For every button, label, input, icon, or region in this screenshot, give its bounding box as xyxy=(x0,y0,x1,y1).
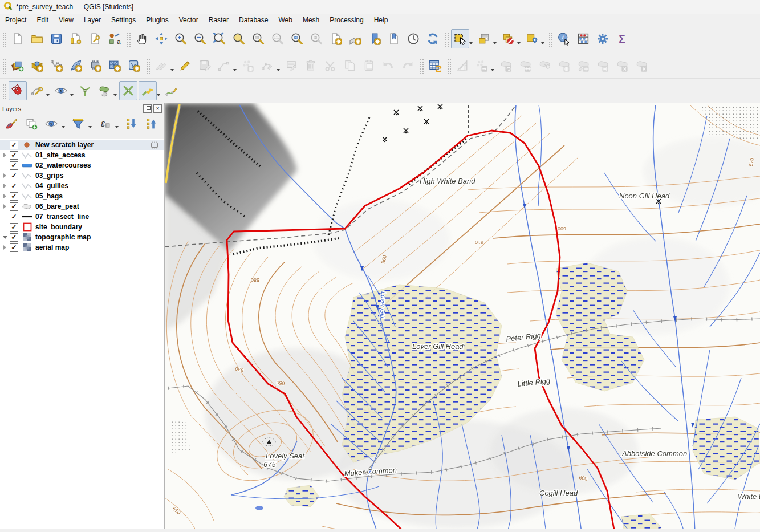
layer-checkbox[interactable]: ✓ xyxy=(10,182,18,190)
pan-to-selection-button[interactable] xyxy=(152,29,170,48)
layer-checkbox[interactable]: ✓ xyxy=(10,243,18,252)
deselect-features-dropdown-icon[interactable] xyxy=(517,42,521,44)
layer-checkbox[interactable]: ✓ xyxy=(10,151,18,160)
toolbar-grip[interactable] xyxy=(145,58,150,74)
layer-expander-icon[interactable] xyxy=(1,194,9,198)
multiedit-attributes-button[interactable] xyxy=(426,56,444,75)
zoom-in-button[interactable] xyxy=(172,29,190,48)
menu-mesh[interactable]: Mesh xyxy=(298,14,324,26)
layer-checkbox[interactable]: ✓ xyxy=(10,161,18,170)
layer-label[interactable]: 06_bare_peat xyxy=(35,202,79,210)
collapse-all-button[interactable] xyxy=(143,115,160,132)
digitize-with-segment-dropdown-icon[interactable] xyxy=(233,69,237,71)
toolbar-grip[interactable] xyxy=(126,31,131,47)
layer-row-05-hags[interactable]: ✓05_hags xyxy=(0,191,164,201)
layer-row-06-bare-peat[interactable]: ✓06_bare_peat xyxy=(0,201,164,212)
menu-vector[interactable]: Vector xyxy=(174,14,204,26)
toolbar-grip[interactable] xyxy=(444,31,449,47)
new-virtual-layer-button[interactable] xyxy=(125,56,143,75)
layer-label[interactable]: 03_grips xyxy=(35,172,63,180)
filter-by-expression-button[interactable]: ε xyxy=(96,115,113,132)
snap-on-intersection-button[interactable] xyxy=(119,81,137,100)
deselect-features-button[interactable] xyxy=(499,29,517,48)
layer-checkbox[interactable]: ✓ xyxy=(10,202,18,211)
menu-project[interactable]: Project xyxy=(0,14,31,26)
select-features-by-value-button[interactable] xyxy=(475,29,493,48)
new-print-layout-button[interactable] xyxy=(67,29,85,48)
layer-label[interactable]: 07_transect_line xyxy=(35,213,89,221)
toolbar-grip[interactable] xyxy=(419,58,424,74)
toolbar-grip[interactable] xyxy=(2,58,6,74)
new-map-view-button[interactable] xyxy=(327,29,345,48)
layer-checkbox[interactable]: ✓ xyxy=(10,213,18,221)
new-shapefile-layer-button[interactable] xyxy=(47,56,66,75)
toggle-editing-button[interactable] xyxy=(176,56,194,75)
menu-view[interactable]: View xyxy=(54,14,79,26)
select-features-button[interactable] xyxy=(451,29,469,48)
layer-row-07-transect-line[interactable]: ✓07_transect_line xyxy=(0,212,164,222)
select-by-location-dropdown-icon[interactable] xyxy=(541,42,544,44)
menu-processing[interactable]: Processing xyxy=(324,14,368,26)
menu-settings[interactable]: Settings xyxy=(106,14,141,26)
layer-row-site-boundary[interactable]: ✓site_boundary xyxy=(0,222,164,232)
select-features-dropdown-icon[interactable] xyxy=(469,42,473,44)
enable-tracing-dropdown-icon[interactable] xyxy=(157,94,160,96)
toolbar-grip[interactable] xyxy=(446,58,451,74)
map-canvas[interactable]: High White BandNoon Gill HeadLover Gill … xyxy=(165,103,760,532)
select-by-location-button[interactable] xyxy=(523,29,541,48)
layer-label[interactable]: 04_gullies xyxy=(35,182,68,190)
snapping-options-button[interactable] xyxy=(28,81,46,100)
new-mesh-layer-button[interactable] xyxy=(105,56,124,75)
new-spatialite-layer-button[interactable] xyxy=(67,56,85,75)
layer-row-topographic-map[interactable]: ✓topographic map xyxy=(0,232,164,242)
zoom-to-selection-button[interactable] xyxy=(230,29,248,48)
menu-help[interactable]: Help xyxy=(369,14,393,26)
layer-row-new-scratch-layer[interactable]: ✓New scratch layer xyxy=(0,140,164,150)
topological-editing-button[interactable] xyxy=(76,81,94,100)
layer-expander-icon[interactable] xyxy=(1,153,9,157)
menu-web[interactable]: Web xyxy=(273,14,297,26)
layer-label[interactable]: topographic map xyxy=(35,233,91,241)
layer-label[interactable]: 01_site_access xyxy=(35,151,85,159)
zoom-last-button[interactable] xyxy=(288,29,306,48)
filter-legend-dropdown-icon[interactable] xyxy=(88,126,92,128)
current-edits-dropdown-icon[interactable] xyxy=(170,69,174,71)
identify-features-button[interactable]: i xyxy=(555,29,573,48)
menu-layer[interactable]: Layer xyxy=(79,14,106,26)
layer-expander-icon[interactable] xyxy=(1,236,9,239)
avoid-overlap-dropdown-icon[interactable] xyxy=(113,94,117,96)
layer-checkbox[interactable]: ✓ xyxy=(10,233,18,242)
show-layout-manager-button[interactable] xyxy=(86,29,104,48)
select-features-by-value-dropdown-icon[interactable] xyxy=(493,42,497,44)
new-temporary-scratch-layer-button[interactable] xyxy=(86,56,104,75)
layer-row-01-site-access[interactable]: ✓01_site_access xyxy=(0,150,164,160)
layer-expander-icon[interactable] xyxy=(1,245,9,250)
avoid-overlap-button[interactable] xyxy=(95,81,113,100)
manage-map-themes-button[interactable] xyxy=(43,115,59,132)
snapping-visibility-dropdown-icon[interactable] xyxy=(70,94,74,96)
manage-map-themes-dropdown-icon[interactable] xyxy=(62,126,65,128)
new-spatial-bookmark-button[interactable] xyxy=(365,29,384,48)
layer-label[interactable]: 05_hags xyxy=(35,192,63,200)
show-spatial-bookmarks-button[interactable] xyxy=(385,29,403,48)
menu-database[interactable]: Database xyxy=(234,14,273,26)
open-project-button[interactable] xyxy=(28,29,46,48)
enable-snapping-button[interactable] xyxy=(9,81,27,100)
new-project-button[interactable] xyxy=(9,29,27,48)
move-features-dropdown-icon[interactable] xyxy=(491,69,494,71)
temporal-controller-button[interactable] xyxy=(404,29,422,48)
new-geopackage-layer-button[interactable] xyxy=(28,56,46,75)
layer-label[interactable]: aerial map xyxy=(35,243,69,251)
pan-map-button[interactable] xyxy=(133,29,151,48)
add-group-button[interactable] xyxy=(23,115,39,132)
stream-digitizing-button[interactable] xyxy=(162,81,181,100)
layer-checkbox[interactable]: ✓ xyxy=(10,223,18,232)
open-layer-styling-button[interactable] xyxy=(3,115,19,132)
zoom-full-button[interactable] xyxy=(210,29,229,48)
toolbar-grip[interactable] xyxy=(548,31,552,47)
expand-all-button[interactable] xyxy=(123,115,140,132)
snapping-visibility-button[interactable] xyxy=(52,81,70,100)
new-3d-map-view-button[interactable] xyxy=(346,29,364,48)
processing-toolbox-button[interactable] xyxy=(594,29,612,48)
layer-row-04-gullies[interactable]: ✓04_gullies xyxy=(0,181,164,191)
